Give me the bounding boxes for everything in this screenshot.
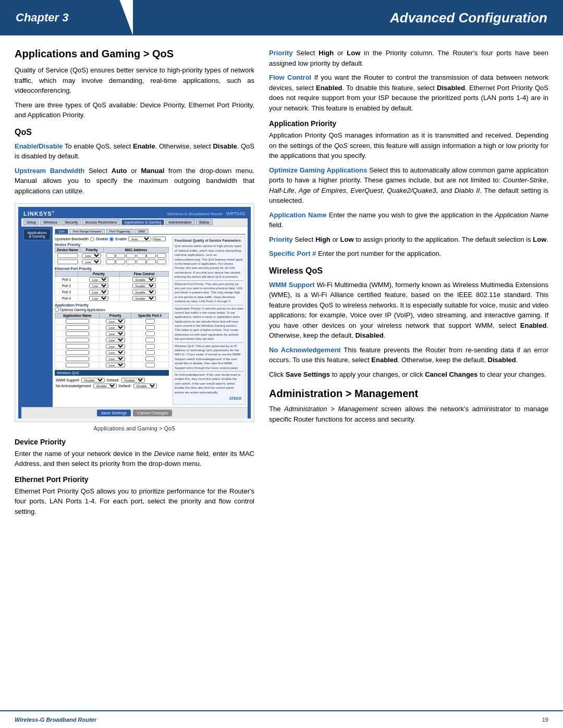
dp-name-input-2[interactable] — [57, 260, 78, 264]
ep-flow-4[interactable]: EnableDisable — [132, 296, 156, 301]
nav-admin[interactable]: Administration — [165, 219, 194, 225]
dp-mac-1f[interactable] — [157, 253, 166, 258]
dp-mac-1a[interactable] — [106, 253, 115, 258]
ap-name-6[interactable] — [66, 350, 89, 355]
ap-row4-name — [55, 337, 100, 343]
no-ack-select[interactable]: DisableEnable — [93, 384, 117, 388]
save-settings-button[interactable]: Save Settings — [97, 410, 131, 416]
ap-row6-port — [131, 350, 169, 356]
ep-priority-1[interactable]: HighLow — [89, 277, 108, 282]
ap-priority-3[interactable]: HighLow — [106, 331, 125, 336]
chapter-tab: Chapter 3 — [0, 0, 133, 35]
upstream-disable-radio[interactable] — [90, 237, 94, 241]
ap-priority-8[interactable]: HighLow — [106, 363, 125, 367]
dp-mac: ::::: — [103, 253, 168, 259]
admin-section-title: Administration > Management — [269, 388, 548, 400]
tab-port-trigger[interactable]: Port Triggering — [106, 229, 133, 234]
ap-row2-port — [131, 325, 169, 331]
tab-port-range[interactable]: Port Range Forward — [69, 229, 105, 234]
no-ack-default-label: Default: — [119, 384, 131, 388]
ep-port1-priority: HighLow — [78, 277, 120, 283]
ep-priority-3[interactable]: HighLow — [89, 290, 108, 294]
dp-mac-1e[interactable] — [146, 253, 156, 258]
sidebar-apps-gaming[interactable]: Applications& Gaming — [23, 229, 51, 240]
no-ack-para: No Acknowledgement This feature prevents… — [269, 345, 548, 365]
nav-wireless[interactable]: Wireless — [40, 219, 60, 225]
upstream-value-input[interactable] — [153, 237, 166, 241]
ep-port2-priority: HighLow — [78, 283, 120, 289]
optimize-gaming-label: Optimize Gaming Applications — [269, 166, 367, 174]
desc-no-ack-text: No Acknowledgement: If the user would wa… — [175, 373, 243, 394]
ap-port-5[interactable] — [145, 344, 155, 349]
ep-priority-4[interactable]: HighLow — [89, 296, 108, 301]
tab-dmz[interactable]: DMZ — [134, 229, 149, 234]
device-priority-section-label: Device Priority — [55, 243, 169, 246]
dp-mac-2a[interactable] — [106, 260, 115, 264]
dp-mac-2b[interactable] — [116, 260, 125, 264]
no-ack-label: No Acknowledgement — [56, 384, 91, 388]
ap-port-4[interactable] — [145, 338, 155, 342]
dp-mac-2d[interactable] — [137, 260, 146, 264]
ap-priority-7[interactable]: HighLow — [106, 356, 125, 361]
ap-name-5[interactable] — [66, 344, 89, 349]
ep-flow-2[interactable]: EnableDisable — [132, 283, 156, 288]
dp-mac-2f[interactable] — [157, 260, 166, 264]
dp-mac-1b[interactable] — [116, 253, 125, 258]
ep-flow-3[interactable]: EnableDisable — [132, 290, 156, 294]
ap-priority-5[interactable]: HighLow — [106, 344, 125, 349]
dp-row1-name — [55, 253, 80, 259]
upstream-enable-radio[interactable] — [109, 237, 114, 241]
wireless-qos-section: WMM Support DisableEnable Default: Disab… — [55, 377, 169, 389]
header-title-area: Advanced Configuration — [133, 0, 563, 35]
ap-row5-priority: HighLow — [100, 343, 131, 350]
router-logo-bar: LINKSYS® Wireless-G Broadband Router WRT… — [21, 209, 248, 218]
ap-port-8[interactable] — [145, 363, 155, 367]
dp-name-input-1[interactable] — [57, 253, 78, 258]
ep-port4-name: Port 4 — [55, 295, 78, 302]
ap-priority-6[interactable]: HighLow — [106, 350, 125, 355]
ap-port-6[interactable] — [145, 350, 155, 355]
wmm-default-select[interactable]: DisableEnable — [121, 378, 145, 382]
nav-access[interactable]: Access Restrictions — [82, 219, 120, 225]
nav-security[interactable]: Security — [62, 219, 81, 225]
nav-apps[interactable]: Applications & Gaming — [121, 219, 165, 225]
tab-qos[interactable]: QoS — [55, 229, 68, 234]
dp-priority-select-1[interactable]: HighLow — [82, 253, 101, 258]
dp-mac-1c[interactable] — [126, 253, 136, 258]
wmm-select[interactable]: DisableEnable — [81, 378, 105, 382]
ep-col-flowcontrol: Flow Control — [119, 272, 168, 277]
ap-name-7[interactable] — [66, 356, 89, 361]
ep-port2-flow: EnableDisable — [119, 283, 168, 289]
router-nav-bar: Setup Wireless Security Access Restricti… — [21, 218, 248, 227]
ep-col-priority: Priority — [78, 272, 120, 277]
enable-disable-para: Enable/Disable To enable QoS, select Ena… — [15, 141, 254, 162]
optimize-checkbox[interactable] — [55, 307, 59, 312]
ap-port-7[interactable] — [145, 356, 155, 361]
ap-priority-4[interactable]: HighLow — [106, 338, 125, 342]
ep-flow-1[interactable]: EnableDisable — [132, 277, 156, 282]
ap-port-1[interactable] — [145, 319, 155, 324]
ap-row5-port — [131, 343, 169, 350]
dp-col-name: Device Name — [55, 248, 80, 253]
ap-name-2[interactable] — [66, 325, 89, 330]
ep-priority-2[interactable]: HighLow — [89, 283, 108, 288]
ap-name-3[interactable] — [66, 331, 89, 336]
ap-priority-2[interactable]: HighLow — [106, 325, 125, 330]
ap-port-3[interactable] — [145, 331, 155, 336]
dp-priority-select-2[interactable]: HighLow — [82, 260, 101, 264]
dp-mac-2c[interactable] — [126, 260, 136, 264]
enable-disable-label: Enable/Disable — [15, 142, 63, 150]
ap-port-2[interactable] — [145, 325, 155, 330]
no-ack-default-select[interactable]: DisableEnable — [133, 384, 157, 388]
upstream-select[interactable]: Auto Manual — [128, 237, 151, 241]
ap-name-8[interactable] — [66, 363, 89, 367]
ap-name-1[interactable] — [66, 319, 89, 324]
nav-status[interactable]: Status — [196, 219, 213, 225]
nav-setup[interactable]: Setup — [23, 219, 39, 225]
router-button-bar: Save Settings Cancel Changes — [21, 407, 248, 418]
dp-mac-1d[interactable] — [137, 253, 146, 258]
ap-name-4[interactable] — [66, 338, 89, 342]
dp-mac-2e[interactable] — [146, 260, 156, 264]
ap-priority-1[interactable]: HighLow — [106, 319, 125, 324]
cancel-changes-button[interactable]: Cancel Changes — [133, 410, 172, 416]
